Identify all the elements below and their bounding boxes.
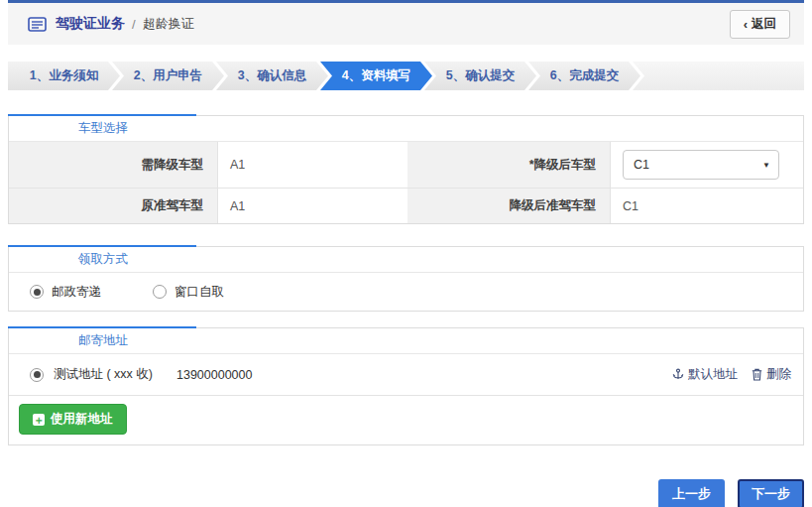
after-downgrade-cell: C1 ▼ — [610, 142, 803, 188]
step-6-complete-submit[interactable]: 6、完成提交 — [528, 62, 640, 90]
step-3-confirm-info[interactable]: 3、确认信息 — [216, 62, 328, 90]
wizard-footer: 上一步 下一步 — [8, 479, 804, 507]
pickup-section-header: 领取方式 — [9, 247, 803, 273]
window-pickup-label: 窗口自取 — [174, 284, 224, 301]
set-default-address-link[interactable]: 默认地址 — [672, 366, 738, 383]
page-title: 驾驶证业务 — [56, 15, 125, 33]
after-downgrade-select[interactable]: C1 — [623, 150, 779, 180]
back-button[interactable]: ‹ 返回 — [730, 10, 790, 39]
step-2-declaration[interactable]: 2、用户申告 — [112, 62, 224, 90]
vehicle-section-title: 车型选择 — [9, 120, 197, 137]
use-new-address-button[interactable]: ＋ 使用新地址 — [19, 404, 127, 435]
pickup-section-title: 领取方式 — [9, 251, 197, 268]
original-class-value: A1 — [217, 188, 407, 223]
radio-postal-delivery[interactable] — [30, 285, 44, 299]
use-new-address-label: 使用新地址 — [51, 411, 113, 428]
step-progress-bar: 1、业务须知 2、用户申告 3、确认信息 4、资料填写 5、确认提交 6、完成提… — [8, 62, 804, 90]
license-list-icon — [28, 17, 47, 32]
address-button-row: ＋ 使用新地址 — [9, 395, 803, 444]
page-header: 驾驶证业务 / 超龄换证 ‹ 返回 — [8, 3, 804, 45]
delete-address-label: 删除 — [766, 366, 791, 383]
pickup-method-section: 领取方式 邮政寄递 窗口自取 — [8, 246, 804, 312]
address-section-header: 邮寄地址 — [9, 328, 803, 354]
address-section-title: 邮寄地址 — [9, 332, 197, 349]
trash-icon — [752, 368, 762, 381]
original-class-label: 原准驾车型 — [9, 188, 217, 223]
vehicle-section-header: 车型选择 — [9, 116, 803, 142]
step-bar-filler — [633, 62, 804, 90]
vehicle-table: 需降级车型 A1 *降级后车型 C1 ▼ 原准驾车型 A1 降级后准驾车型 C1 — [9, 142, 803, 223]
anchor-icon — [672, 368, 684, 381]
breadcrumb-current: 超龄换证 — [143, 15, 194, 33]
postal-delivery-label: 邮政寄递 — [52, 284, 101, 301]
address-phone: 13900000000 — [176, 368, 252, 382]
step-1-notice[interactable]: 1、业务须知 — [8, 62, 120, 90]
delete-address-link[interactable]: 删除 — [752, 366, 791, 383]
radio-window-pickup[interactable] — [153, 285, 167, 299]
set-default-address-label: 默认地址 — [688, 366, 738, 383]
address-actions: 默认地址 删除 — [672, 366, 791, 383]
class-after-downgrade-value: C1 — [610, 188, 803, 223]
downgrade-needed-value: A1 — [217, 142, 407, 188]
plus-icon: ＋ — [33, 414, 45, 426]
breadcrumb-separator: / — [132, 17, 136, 32]
chevron-left-icon: ‹ — [744, 17, 748, 32]
class-after-downgrade-label: 降级后准驾车型 — [407, 188, 610, 223]
address-text: 测试地址 ( xxx 收) — [54, 366, 153, 383]
after-downgrade-select-wrap: C1 ▼ — [623, 150, 779, 180]
mailing-address-section: 邮寄地址 测试地址 ( xxx 收) 13900000000 默认地址 — [8, 327, 804, 445]
radio-address-entry[interactable] — [30, 368, 44, 382]
back-button-label: 返回 — [752, 16, 776, 33]
next-step-button[interactable]: 下一步 — [738, 479, 804, 507]
previous-step-button[interactable]: 上一步 — [658, 479, 725, 507]
page: 驾驶证业务 / 超龄换证 ‹ 返回 1、业务须知 2、用户申告 3、确认信息 4… — [0, 0, 812, 507]
downgrade-needed-label: 需降级车型 — [9, 142, 217, 188]
address-list-item: 测试地址 ( xxx 收) 13900000000 默认地址 — [9, 354, 803, 395]
pickup-options-row: 邮政寄递 窗口自取 — [9, 273, 803, 311]
step-5-confirm-submit[interactable]: 5、确认提交 — [424, 62, 536, 90]
vehicle-type-section: 车型选择 需降级车型 A1 *降级后车型 C1 ▼ 原准驾车型 A1 降级后准驾… — [8, 115, 804, 224]
after-downgrade-label: *降级后车型 — [407, 142, 610, 188]
step-4-fill-data[interactable]: 4、资料填写 — [320, 62, 432, 90]
